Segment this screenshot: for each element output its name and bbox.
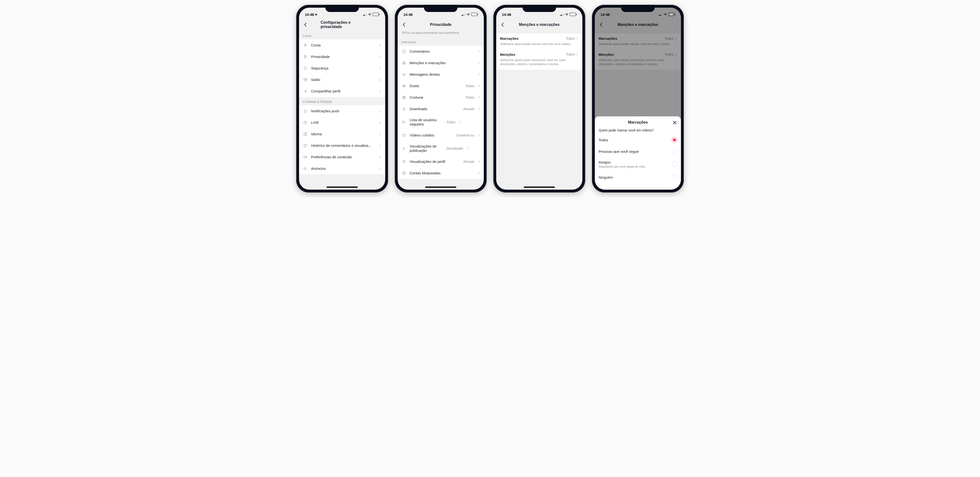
phone-sheet: 14:48 66 Menções e marcações Marcaç: [592, 5, 684, 193]
row-label: Conta: [311, 43, 376, 48]
row-compartilhar[interactable]: Compartilhar perfil: [299, 86, 385, 97]
row-downloads[interactable]: Downloads Ativado: [398, 103, 484, 115]
row-comentarios[interactable]: Comentários: [398, 46, 484, 57]
row-value: Ativado: [463, 160, 474, 164]
chevron-right-icon: [466, 147, 469, 150]
svg-point-16: [403, 160, 404, 162]
profile-view-icon: [401, 159, 406, 164]
row-label: Privacidade: [311, 54, 376, 59]
home-indicator[interactable]: [425, 187, 456, 188]
notch: [621, 5, 655, 12]
clock-icon: [303, 143, 308, 148]
row-live[interactable]: LIVE: [299, 117, 385, 128]
option-amigos[interactable]: Amigos Seguidores que você segue de volt…: [595, 157, 681, 171]
chevron-right-icon: [379, 44, 381, 47]
row-seguidos[interactable]: Lista de usuários seguidos Todos: [398, 115, 484, 129]
chevron-right-icon: [379, 121, 381, 124]
duet-icon: [401, 84, 406, 88]
row-historico[interactable]: Histórico de comentários e visualiza...: [299, 140, 385, 152]
chevron-right-icon: [379, 110, 381, 113]
chevron-right-icon: [478, 96, 480, 99]
row-label: Vídeos curtidos: [410, 133, 453, 137]
radio-icon: [672, 162, 677, 167]
radio-icon: [672, 175, 677, 180]
row-preferencias[interactable]: Preferências de conteúdo: [299, 152, 385, 163]
home-indicator[interactable]: [326, 187, 358, 188]
back-button[interactable]: [500, 22, 505, 27]
language-icon: [303, 132, 308, 137]
row-mencoes[interactable]: Menções e marcações: [398, 57, 484, 69]
comment-icon: [401, 49, 406, 54]
row-dueto[interactable]: Dueto Todos: [398, 80, 484, 92]
option-label: Todos: [599, 138, 608, 142]
heart-icon: [401, 133, 406, 138]
radio-icon: [672, 137, 677, 142]
row-label: Visualizações de perfil: [410, 160, 460, 164]
row-label: Costurar: [410, 95, 462, 100]
nav-header: Menções e marcações: [496, 19, 582, 31]
row-privacidade[interactable]: Privacidade: [299, 51, 385, 62]
row-value: Todos: [447, 120, 455, 124]
wifi-icon: [565, 13, 569, 16]
row-saldo[interactable]: Saldo: [299, 74, 385, 86]
lock-icon: [303, 54, 308, 59]
row-mensagens[interactable]: Mensagens diretas: [398, 69, 484, 80]
row-seguranca[interactable]: Segurança: [299, 62, 385, 74]
chevron-right-icon: [379, 144, 381, 147]
row-curtidos[interactable]: Vídeos curtidos Somente eu: [398, 129, 484, 141]
row-views-perfil[interactable]: Visualizações de perfil Ativado: [398, 156, 484, 168]
following-icon: [401, 120, 406, 124]
svg-point-12: [404, 85, 406, 87]
video-icon: [303, 155, 308, 160]
snippet-text: TikTok usa para personalizar sua experiê…: [398, 31, 484, 37]
svg-rect-2: [304, 122, 307, 124]
home-indicator[interactable]: [524, 187, 555, 188]
row-label: Notificações push: [311, 109, 376, 113]
row-label: Dueto: [410, 84, 462, 88]
person-icon: [303, 43, 308, 48]
block-marcacoes[interactable]: Marcações Todos Selecione quem pode marc…: [496, 34, 582, 49]
chevron-right-icon: [478, 84, 480, 88]
wifi-icon: [368, 13, 372, 16]
row-anuncios[interactable]: Anúncios: [299, 163, 385, 174]
row-costurar[interactable]: Costurar Todos: [398, 92, 484, 103]
option-seguindo[interactable]: Pessoas que você segue: [595, 145, 681, 157]
row-label: Histórico de comentários e visualiza...: [311, 144, 376, 148]
row-notificacoes[interactable]: Notificações push: [299, 105, 385, 117]
close-button[interactable]: [672, 120, 678, 126]
chevron-right-icon: [379, 90, 381, 93]
section-content: Conteúdo & Exibição: [299, 97, 385, 105]
cellular-icon: [461, 13, 466, 16]
block-mencoes[interactable]: Menções Todos Selecione quem pode mencio…: [496, 49, 582, 70]
block-sub: Selecione quem pode mencionar você em su…: [500, 58, 579, 66]
option-sub: Seguidores que você segue de volta: [599, 165, 645, 168]
option-todos[interactable]: Todos: [595, 134, 681, 145]
live-icon: [303, 120, 308, 125]
cellular-icon: [363, 13, 367, 16]
row-label: Segurança: [311, 66, 376, 70]
chevron-right-icon: [478, 107, 480, 110]
option-ninguem[interactable]: Ninguém: [595, 171, 681, 183]
phone-settings: 14:48 ➤ 66 Configurações e privacidade C…: [296, 5, 388, 193]
chevron-right-icon: [459, 120, 461, 124]
row-label: Menções e marcações: [410, 61, 474, 65]
row-conta[interactable]: Conta: [299, 40, 385, 51]
share-icon: [303, 89, 308, 94]
row-value: Todos: [466, 84, 474, 88]
page-title: Privacidade: [430, 22, 452, 27]
row-idioma[interactable]: Idioma: [299, 128, 385, 140]
chevron-right-icon: [379, 156, 381, 159]
row-label: Idioma: [311, 132, 376, 136]
status-time: 14:48: [403, 13, 412, 16]
back-button[interactable]: [401, 22, 407, 27]
row-label: Visualizações de publicação: [410, 144, 443, 153]
stitch-icon: [401, 95, 406, 100]
svg-rect-13: [402, 96, 404, 99]
section-interacoes: Interações: [398, 37, 484, 46]
row-bloqueadas[interactable]: Contas bloqueadas: [398, 168, 484, 179]
row-views-post[interactable]: Visualizações de publicação Desativado: [398, 141, 484, 156]
row-label: Contas bloqueadas: [410, 171, 474, 175]
back-button[interactable]: [302, 22, 308, 27]
row-value: Desativado: [447, 147, 463, 150]
status-time: 14:48: [305, 13, 314, 16]
